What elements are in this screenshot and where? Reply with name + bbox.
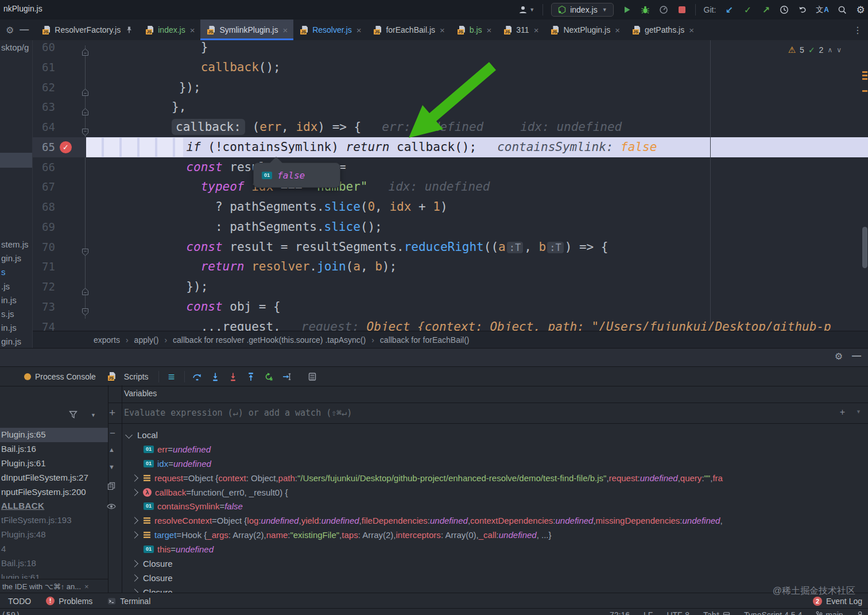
breadcrumb-item[interactable]: exports — [94, 335, 120, 345]
chevron-collapsed-icon[interactable] — [131, 531, 138, 539]
fold-down-icon[interactable] — [82, 243, 89, 263]
search-icon[interactable] — [837, 3, 847, 17]
step-out-icon[interactable] — [246, 372, 256, 381]
line-number[interactable]: 72 — [0, 277, 55, 297]
project-item[interactable]: gin.js — [1, 336, 21, 346]
pin-icon[interactable] — [125, 26, 133, 34]
code-line-65[interactable]: 65✓ if (!containsSymlink) return callbac… — [0, 137, 868, 157]
fold-up-icon[interactable] — [82, 83, 89, 103]
debug-settings-gear-icon[interactable]: ⚙ — [835, 351, 843, 362]
rerun-icon[interactable] — [264, 372, 274, 381]
code-line-73[interactable]: 73 const obj = { — [0, 297, 868, 317]
close-icon[interactable]: × — [190, 25, 195, 35]
close-icon[interactable]: × — [487, 25, 492, 35]
force-step-into-icon[interactable] — [228, 372, 238, 381]
remove-watch-icon[interactable]: − — [110, 428, 115, 438]
prev-problem-icon[interactable]: ∧ — [827, 46, 832, 54]
close-icon[interactable]: × — [534, 25, 539, 35]
close-icon[interactable]: × — [689, 25, 694, 35]
variable-row[interactable]: 01idx = undefined — [122, 457, 868, 471]
editor-tab-resolverfactory-js[interactable]: JSResolverFactory.js — [36, 20, 139, 40]
line-number[interactable]: 64 — [0, 117, 55, 137]
variable-row[interactable]: Local — [122, 428, 868, 442]
line-number[interactable]: 63 — [0, 97, 55, 117]
step-into-icon[interactable] — [210, 372, 220, 381]
code-line-61[interactable]: 61 callback(); — [0, 57, 868, 78]
variable-row[interactable]: Closure — [122, 585, 868, 593]
frame-row[interactable]: tFileSystem.js:193 — [0, 513, 108, 528]
breadcrumb-item[interactable]: callback for resolver .getHook(this.sour… — [173, 335, 366, 345]
indent-style[interactable]: Tab* — [703, 610, 730, 615]
frame-row[interactable]: nputFileSystem.js:200 — [0, 485, 108, 500]
fold-down-icon[interactable] — [82, 303, 89, 323]
step-over-icon[interactable] — [192, 372, 203, 381]
tab-todo[interactable]: TODO — [8, 597, 31, 606]
fold-up-icon[interactable] — [82, 43, 89, 63]
profiler-button[interactable] — [658, 3, 669, 17]
history-icon[interactable] — [779, 3, 789, 17]
inspection-widget[interactable]: ⚠ 5 ✓ 2 ∧ ∨ — [788, 45, 842, 55]
caret-position[interactable]: 72:16 — [610, 610, 630, 615]
frame-row[interactable]: 4 — [0, 542, 108, 556]
add-watch-icon[interactable]: + — [109, 407, 115, 418]
stop-button[interactable] — [677, 3, 687, 17]
threads-view-icon[interactable]: ≡ — [166, 372, 177, 381]
language-version[interactable]: TypeScript 4.5.4 — [744, 610, 802, 615]
frame-row[interactable]: dInputFileSystem.js:27 — [0, 471, 108, 485]
code-line-66[interactable]: 66 const resultSegments = — [0, 157, 868, 177]
line-number[interactable]: 69 — [0, 217, 55, 237]
chevron-down-icon[interactable]: ▼ — [91, 412, 96, 418]
chevron-collapsed-icon[interactable] — [131, 474, 138, 482]
fold-up-icon[interactable] — [82, 103, 89, 123]
copy-icon[interactable] — [107, 482, 115, 491]
lock-icon[interactable] — [857, 610, 865, 615]
fold-down-icon[interactable] — [82, 123, 89, 143]
tab-terminal[interactable]: Terminal — [107, 597, 150, 606]
line-number[interactable]: 62 — [0, 78, 55, 98]
tab-process-console[interactable]: Process Console — [22, 372, 98, 381]
add-to-watches-icon[interactable]: + — [840, 407, 845, 417]
variable-row[interactable]: 01containsSymlink = false — [122, 499, 868, 513]
editor-tab-nextplugin-js[interactable]: JSNextPlugin.js× — [544, 20, 625, 40]
line-number[interactable]: 71 — [0, 257, 55, 277]
code-editor[interactable]: sktop/gstem.jsgin.jss.jsin.jss.jsin.jsgi… — [0, 40, 868, 348]
gear-icon[interactable]: ⚙ — [6, 25, 14, 36]
git-update-icon[interactable]: ↙ — [724, 3, 734, 17]
run-to-cursor-icon[interactable] — [281, 372, 292, 381]
line-number[interactable]: 67 — [0, 177, 55, 197]
close-icon[interactable]: × — [282, 25, 288, 35]
user-icon[interactable]: ▼ — [518, 3, 534, 17]
hide-window-icon[interactable]: — — [20, 25, 29, 35]
debug-button[interactable] — [640, 3, 650, 17]
move-down-icon[interactable]: ▼ — [108, 464, 115, 470]
variable-row[interactable]: Closure — [122, 571, 868, 585]
breakpoint-icon[interactable]: ✓ — [60, 141, 72, 153]
variable-row[interactable]: target = Hook {_args: Array(2), name: "e… — [122, 528, 868, 542]
tab-event-log[interactable]: 2 Event Log — [813, 597, 862, 606]
minimize-icon[interactable]: — — [852, 351, 861, 361]
code-line-70[interactable]: 70 const result = resultSegments.reduceR… — [0, 237, 868, 257]
filter-icon[interactable] — [69, 411, 78, 421]
chevron-down-icon[interactable]: ▼ — [856, 409, 861, 415]
line-number[interactable]: 60 — [0, 40, 55, 57]
line-number[interactable]: 61 — [0, 57, 55, 78]
close-icon[interactable]: × — [615, 25, 620, 35]
error-stripe-mark[interactable] — [862, 71, 867, 73]
variable-row[interactable]: resolveContext = Object {log: undefined,… — [122, 513, 868, 528]
code-line-63[interactable]: 63 }, — [0, 97, 868, 117]
error-stripe-mark[interactable] — [862, 90, 867, 92]
git-push-icon[interactable]: ↗ — [761, 3, 771, 17]
watch-eye-icon[interactable] — [107, 502, 116, 511]
breadcrumb-item[interactable]: apply() — [134, 335, 159, 345]
code-line-64[interactable]: 64 callback: (err, idx) => {err: undefin… — [0, 117, 868, 137]
line-number[interactable]: 65 — [0, 137, 55, 157]
chevron-collapsed-icon[interactable] — [131, 574, 138, 582]
frame-row[interactable]: Bail.js:18 — [0, 556, 108, 571]
chevron-expanded-icon[interactable] — [125, 431, 133, 439]
more-tabs-icon[interactable]: ⋮ — [847, 20, 868, 40]
close-icon[interactable]: × — [356, 25, 362, 35]
line-ending[interactable]: LF — [644, 610, 653, 615]
code-line-69[interactable]: 69 : pathSegments.slice(); — [0, 217, 868, 237]
move-up-icon[interactable]: ▲ — [108, 447, 115, 453]
variable-row[interactable]: request = Object {context: Object, path:… — [122, 471, 868, 485]
